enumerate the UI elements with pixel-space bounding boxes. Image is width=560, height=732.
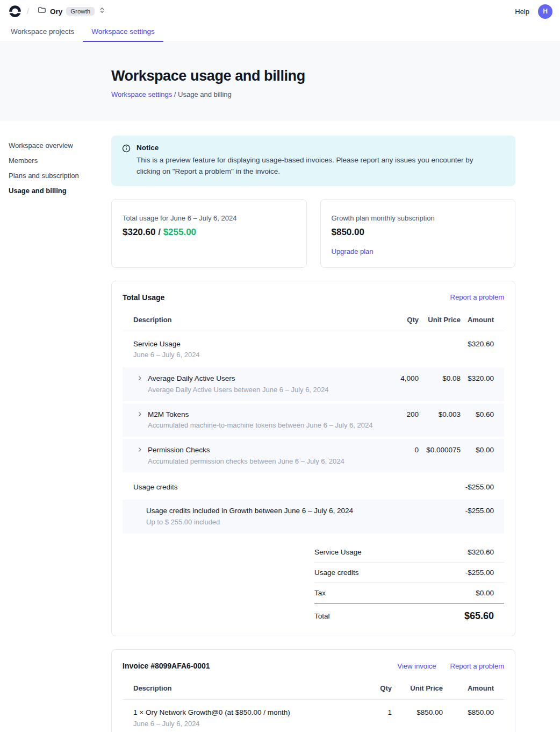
tab-workspace-projects[interactable]: Workspace projects [2,23,83,41]
row-description: Usage credits [133,482,384,492]
totals-value: $0.00 [476,589,494,597]
upgrade-plan-link[interactable]: Upgrade plan [332,247,505,255]
grand-total-value: $65.60 [464,610,494,622]
plan-subscription-label: Growth plan monthly subscription [332,214,505,222]
usage-table-header: Description Qty Unit Price Amount [123,310,504,331]
totals-row-tax: Tax $0.00 [314,583,504,603]
breadcrumb-separator: / [172,90,178,98]
tab-bar: Workspace projects Workspace settings [0,23,560,42]
usage-totals: Service Usage $320.60 Usage credits -$25… [314,542,504,623]
notice-banner: Notice This is a preview feature for dis… [111,136,515,186]
ory-logo[interactable] [9,5,21,18]
usage-card-title: Total Usage [123,293,164,302]
totals-label: Service Usage [314,548,362,556]
column-amount: Amount [461,316,504,325]
topbar: / Ory Growth Help H [0,0,560,23]
grand-total-label: Total [314,612,330,620]
usage-credits-value: $255.00 [163,227,196,237]
tab-workspace-settings[interactable]: Workspace settings [83,23,163,42]
invoice-card: Invoice #8099AFA6-0001 View invoice Repo… [111,649,515,732]
notice-title: Notice [137,144,491,152]
breadcrumb: Workspace settings / Usage and billing [111,90,515,98]
usage-card-header: Total Usage Report a problem [123,292,504,310]
row-amount: $850.00 [443,708,504,717]
row-subtitle: Average Daily Active Users between June … [148,386,329,395]
chevron-right-icon[interactable] [137,411,143,417]
totals-row-service-usage: Service Usage $320.60 [314,542,504,563]
row-amount: $320.60 [461,339,504,349]
usage-amount-value: $320.60 [123,227,155,237]
table-row-permission-checks: Permission Checks Accumulated permission… [123,439,504,472]
totals-value: -$255.00 [465,568,494,577]
row-amount: $0.00 [461,445,504,455]
total-usage-label: Total usage for June 6 – July 6, 2024 [123,214,296,222]
table-row-average-daily-active-users: Average Daily Active Users Average Daily… [123,367,504,401]
main: Workspace overview Members Plans and sub… [0,121,560,732]
breadcrumb-current: Usage and billing [178,90,232,98]
help-button[interactable]: Help [515,8,529,16]
row-amount: $320.00 [461,374,504,383]
folder-icon [38,6,46,17]
topbar-left: / Ory Growth [9,4,109,19]
column-amount: Amount [443,684,504,693]
chevron-right-icon[interactable] [137,446,143,453]
row-unit-price: $850.00 [392,708,443,717]
total-usage-amount: $320.60 / $255.00 [123,227,296,238]
sidebar-item-plans-and-subscription[interactable]: Plans and subscription [9,170,111,181]
sidebar-item-usage-and-billing[interactable]: Usage and billing [9,185,111,196]
column-description: Description [123,316,384,325]
topbar-right: Help H [515,4,552,19]
selector-chevrons-icon [98,6,106,16]
table-row-usage-credits-detail: Usage credits included in Growth between… [123,500,504,534]
column-qty: Qty [357,684,392,693]
breadcrumb-link-workspace-settings[interactable]: Workspace settings [111,90,172,98]
column-description: Description [123,684,357,693]
report-problem-link[interactable]: Report a problem [450,662,504,670]
workspace-name: Ory [50,8,62,16]
notice-text: Notice This is a preview feature for dis… [137,144,491,177]
workspace-selector[interactable]: Ory Growth [34,4,109,19]
page-title: Workspace usage and billing [111,68,515,84]
plan-subscription-card: Growth plan monthly subscription $850.00… [320,199,516,268]
invoice-card-header: Invoice #8099AFA6-0001 View invoice Repo… [123,660,504,679]
row-unit-price: $0.000075 [419,445,461,455]
row-amount: -$255.00 [461,482,504,492]
page-header: Workspace usage and billing Workspace se… [0,42,560,121]
totals-label: Usage credits [314,568,359,577]
row-unit-price: $0.08 [419,374,461,383]
ory-logo-icon [9,5,21,18]
invoice-table-header: Description Qty Unit Price Amount [123,679,504,700]
invoice-card-title: Invoice #8099AFA6-0001 [123,662,210,670]
notice-body: This is a preview feature for displaying… [137,155,491,177]
row-subtitle: June 6 – July 6, 2024 [133,351,384,360]
total-usage-invoice-card: Total Usage Report a problem Description… [111,281,515,637]
path-separator: / [27,7,29,16]
row-qty: 4,000 [384,374,419,383]
sidebar-item-workspace-overview[interactable]: Workspace overview [9,140,111,151]
totals-value: $320.60 [468,548,494,556]
row-description: M2M Tokens [148,410,372,420]
plan-subscription-amount: $850.00 [332,227,505,238]
column-unit-price: Unit Price [419,316,461,325]
view-invoice-link[interactable]: View invoice [398,662,436,670]
row-description: Service Usage [133,339,384,349]
sidebar-item-members[interactable]: Members [9,155,111,166]
row-qty: 1 [357,708,392,717]
report-problem-link[interactable]: Report a problem [450,293,504,301]
row-description: Permission Checks [148,445,344,455]
row-description: Average Daily Active Users [148,374,329,383]
chevron-right-icon[interactable] [137,375,143,381]
table-row-m2m-tokens: M2M Tokens Accumulated machine-to-machin… [123,403,504,437]
content: Notice This is a preview feature for dis… [111,136,515,732]
table-row-service-usage: Service Usage June 6 – July 6, 2024 $320… [123,331,504,367]
summary-cards: Total usage for June 6 – July 6, 2024 $3… [111,199,515,268]
row-amount: -$255.00 [461,506,504,516]
plan-badge: Growth [66,7,95,16]
avatar[interactable]: H [538,4,552,19]
table-row-invoice-line-item: 1 × Ory Network Growth@0 (at $850.00 / m… [123,700,504,732]
row-qty: 200 [384,410,419,420]
row-amount: $0.60 [461,410,504,420]
row-subtitle: Accumulated permission checks between Ju… [148,457,344,466]
totals-row-usage-credits: Usage credits -$255.00 [314,563,504,583]
table-row-usage-credits: Usage credits -$255.00 [123,474,504,500]
